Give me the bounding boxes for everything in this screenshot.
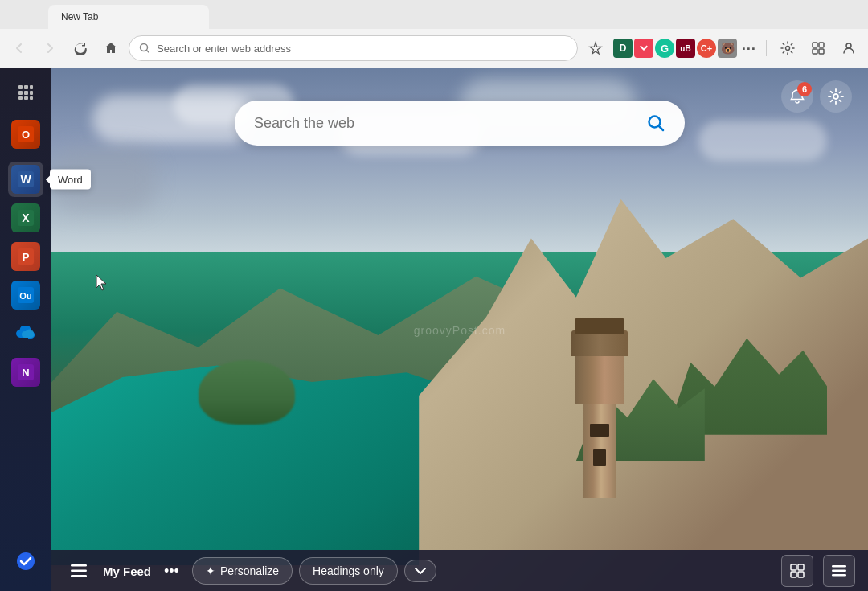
onedrive-button[interactable] (8, 316, 43, 351)
refresh-button[interactable] (68, 35, 93, 61)
svg-point-1 (786, 47, 790, 51)
powerpoint-button[interactable]: P (8, 239, 43, 274)
search-container (235, 101, 685, 146)
notification-button[interactable]: 6 (781, 80, 813, 113)
ublock-extension[interactable]: uB (676, 39, 695, 58)
svg-text:O: O (22, 129, 30, 141)
favorites-button[interactable] (583, 35, 608, 61)
unknown-extension[interactable]: C+ (697, 39, 716, 58)
tower (559, 337, 640, 498)
headings-only-button[interactable]: Headings only (299, 557, 398, 585)
list-view-button[interactable] (823, 555, 855, 587)
personalize-icon: ✦ (206, 564, 215, 577)
svg-text:X: X (22, 211, 30, 224)
bottom-bar: My Feed ••• ✦ Personalize Headings only (51, 550, 868, 591)
search-input[interactable] (254, 115, 640, 132)
watermark: groovyPost.com (414, 324, 506, 337)
list-icon (832, 565, 846, 577)
browser-settings-button[interactable] (775, 35, 800, 61)
address-text: Search or enter web address (157, 43, 291, 55)
excel-button[interactable]: X (8, 200, 43, 236)
svg-rect-34 (791, 564, 796, 570)
bear-extension[interactable]: 🐻 (718, 39, 737, 58)
svg-rect-5 (819, 49, 824, 54)
svg-rect-3 (819, 43, 824, 47)
search-bar[interactable] (235, 101, 685, 146)
svg-point-28 (17, 552, 35, 570)
page-settings-button[interactable] (820, 80, 852, 113)
svg-rect-4 (813, 49, 817, 54)
svg-point-30 (833, 94, 838, 99)
search-icon (646, 113, 665, 133)
feed-label: My Feed (103, 564, 151, 578)
onenote-icon: N (11, 358, 40, 387)
outlook-button[interactable]: Ou (8, 277, 43, 313)
svg-rect-31 (71, 564, 87, 567)
grammarly-extension[interactable]: G (655, 39, 674, 58)
svg-rect-40 (832, 574, 846, 577)
svg-rect-11 (24, 91, 28, 95)
todo-icon (15, 551, 36, 572)
onenote-button[interactable]: N (8, 355, 43, 390)
office365-button[interactable]: O (8, 117, 43, 152)
svg-text:P: P (23, 251, 30, 263)
personalize-label: Personalize (220, 564, 279, 577)
word-button[interactable]: W Word (8, 162, 43, 197)
onedrive-icon (11, 319, 40, 348)
toolbar-divider (766, 40, 767, 56)
personalize-button[interactable]: ✦ Personalize (192, 557, 293, 585)
headings-label: Headings only (313, 564, 384, 577)
excel-icon: X (11, 203, 40, 232)
feed-more-button[interactable]: ••• (158, 556, 186, 586)
main-area: O W Word X (0, 68, 868, 591)
svg-rect-12 (30, 91, 33, 95)
svg-rect-33 (71, 575, 87, 577)
svg-rect-7 (18, 85, 23, 89)
dots-icon: ••• (164, 563, 179, 579)
top-right-controls: 6 (781, 80, 852, 113)
svg-rect-8 (24, 85, 28, 89)
svg-rect-32 (71, 570, 87, 573)
svg-rect-10 (18, 91, 23, 95)
background-scene: groovyPost.com (51, 68, 868, 591)
address-field[interactable]: Search or enter web address (129, 35, 578, 61)
svg-rect-39 (832, 570, 846, 573)
profile-button[interactable] (836, 35, 862, 61)
address-bar-row: Search or enter web address D G uB C+ 🐻 (0, 29, 868, 68)
chevron-down-icon (415, 567, 426, 575)
collections-button[interactable] (805, 35, 831, 61)
content-area: groovyPost.com 6 (51, 68, 868, 591)
cloud5 (698, 121, 827, 161)
office-icon: O (11, 120, 40, 149)
apps-button[interactable] (8, 75, 43, 110)
cloud6 (51, 147, 156, 211)
more-extensions[interactable]: ⋯ (739, 39, 758, 58)
active-tab[interactable]: New Tab (48, 5, 209, 29)
svg-rect-35 (798, 564, 804, 570)
search-icon (139, 43, 150, 54)
svg-rect-9 (30, 85, 33, 89)
todo-button[interactable] (8, 544, 43, 579)
svg-rect-36 (791, 572, 796, 577)
pocket-extension[interactable] (634, 39, 653, 58)
svg-text:N: N (22, 367, 29, 379)
tab-bar: New Tab (0, 0, 868, 29)
grid-view-icon (790, 564, 805, 578)
svg-rect-37 (798, 572, 804, 577)
svg-text:Ou: Ou (19, 291, 31, 301)
svg-rect-38 (832, 565, 846, 568)
svg-rect-14 (24, 96, 28, 100)
grid-icon (17, 84, 35, 101)
browser-chrome: New Tab (0, 0, 868, 68)
grid-view-button[interactable] (781, 555, 813, 587)
home-button[interactable] (98, 35, 124, 61)
svg-rect-15 (30, 96, 33, 100)
menu-button[interactable] (64, 558, 93, 584)
extension-toolbar: D G uB C+ 🐻 ⋯ (613, 39, 758, 58)
search-submit-button[interactable] (640, 107, 672, 139)
headings-dropdown-button[interactable] (404, 560, 436, 582)
dashlane-extension[interactable]: D (613, 39, 633, 58)
forward-button[interactable] (37, 35, 63, 61)
tab-title: New Tab (61, 11, 98, 23)
back-button[interactable] (6, 35, 32, 61)
